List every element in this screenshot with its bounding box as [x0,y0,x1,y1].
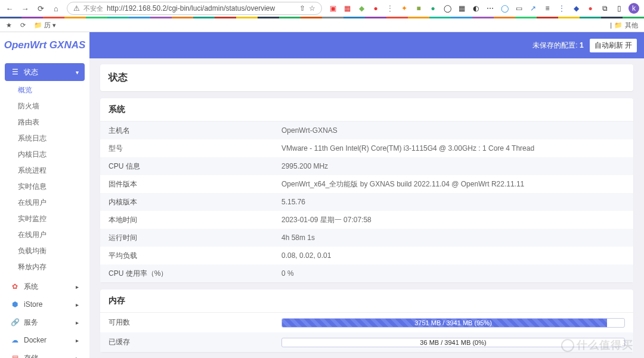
sidebar-item-label: Docker [24,336,47,344]
sidebar-item-storage[interactable]: ▤存储▸ [5,349,85,358]
sidebar-sub-item[interactable]: 实时监控 [5,211,85,227]
ext-icon[interactable]: ◯ [442,4,452,13]
bookmark-item[interactable]: ⟳ [20,21,26,29]
chevron-icon: ▾ [76,69,79,76]
chevron-icon: ▸ [76,301,79,308]
top-bar: 未保存的配置: 1 自动刷新 开 [89,32,644,58]
info-value: 5.15.76 [281,198,625,206]
sidebar-item-docker[interactable]: ☁Docker▸ [5,331,85,349]
ext-icon[interactable]: ◯ [500,4,509,13]
system-icon: ✿ [11,282,19,291]
progress-bar: 3751 MB / 3941 MB (95%) [281,318,625,328]
ext-icon[interactable]: ■ [414,4,423,13]
ext-icon[interactable]: ⋮ [385,4,395,13]
url-text: http://192.168.50.2/cgi-bin/luci/admin/s… [107,4,275,13]
bookmark-item[interactable]: ★ [6,21,12,29]
star-icon[interactable]: ☆ [309,4,315,13]
info-label: 内核版本 [109,197,281,207]
info-value: 0.08, 0.02, 0.01 [281,251,625,260]
info-label: CPU 使用率（%） [109,269,281,279]
nav-reload-icon[interactable]: ⟳ [36,4,45,13]
ext-icon[interactable]: ● [371,4,380,13]
chevron-icon: ▸ [76,284,79,290]
sidebar-sub-item[interactable]: 内核日志 [5,147,85,163]
status-icon: ☰ [11,68,19,76]
sidebar-sub-item[interactable]: 系统进程 [5,163,85,179]
sidebar-sub-item[interactable]: 实时信息 [5,179,85,195]
ext-icon[interactable]: ▣ [328,4,338,13]
insecure-label: 不安全 [83,4,103,13]
ext-icon[interactable]: ≡ [543,4,552,13]
memory-label: 已缓存 [109,337,281,347]
info-label: 型号 [109,144,281,154]
sidebar-sub-item[interactable]: 防火墙 [5,98,85,114]
ext-icon[interactable]: ◆ [571,4,581,13]
ext-icon[interactable]: ● [428,4,438,13]
sidebar-item-label: 状态 [24,67,38,77]
insecure-icon: ⚠ [73,4,80,13]
logo[interactable]: OpenWrt GXNAS [0,39,89,51]
unsaved-config[interactable]: 未保存的配置: 1 [532,41,583,51]
browser-toolbar: ← → ⟳ ⌂ ⚠ 不安全 http://192.168.50.2/cgi-bi… [0,0,644,17]
ext-icon[interactable]: ▭ [514,4,524,13]
progress-text: 3751 MB / 3941 MB (95%) [282,319,624,327]
docker-icon: ☁ [11,336,19,344]
info-value: 2023-01-09 星期一 07:07:58 [281,215,625,225]
ext-icon[interactable]: ↗ [528,4,538,13]
info-value: OpenWrt_x64_全功能版 by GXNAS build 2022.11.… [281,179,625,189]
avatar-icon[interactable]: k [628,3,639,14]
ext-icon[interactable]: ◆ [357,4,366,13]
ext-icon[interactable]: ⧉ [600,4,609,13]
ext-icon[interactable]: ◐ [471,4,481,13]
info-row: 运行时间4h 58m 1s [100,229,633,247]
main-content: 状态 系统 主机名OpenWrt-GXNAS型号VMware - 11th Ge… [89,58,644,358]
storage-icon: ▤ [11,354,19,358]
info-value: 0 % [281,269,625,278]
app-header: OpenWrt GXNAS 未保存的配置: 1 自动刷新 开 [0,32,644,58]
nav-forward-icon[interactable]: → [20,4,30,13]
share-icon[interactable]: ⇧ [299,4,305,13]
memory-row: 已缓存36 MB / 3941 MB (0%) [100,332,633,352]
ext-icon[interactable]: ⋯ [485,4,495,13]
memory-label: 可用数 [109,317,281,328]
info-value: VMware - 11th Gen Intel(R) Core(TM) i3-1… [281,144,625,152]
bookmarks-bar: ★ ⟳ 📁 历 ▾ | 📁 其他 [0,18,644,32]
ext-icon[interactable]: ● [586,4,595,13]
ext-icon[interactable]: ▯ [614,4,624,13]
info-label: 固件版本 [109,179,281,189]
sidebar-sub-item[interactable]: 系统日志 [5,130,85,147]
nav-back-icon[interactable]: ← [5,4,14,13]
sidebar-sub-item[interactable]: 在线用户 [5,195,85,211]
sidebar-sub-item[interactable]: 概览 [5,82,85,98]
sidebar-item-istore[interactable]: ⬢iStore▸ [5,295,85,313]
ext-icon[interactable]: ▦ [457,4,466,13]
ext-icon[interactable]: ⋮ [557,4,566,13]
info-label: 主机名 [109,126,281,136]
info-label: 本地时间 [109,215,281,225]
sidebar-item-label: 系统 [24,282,38,292]
info-row: 固件版本OpenWrt_x64_全功能版 by GXNAS build 2022… [100,175,633,193]
sidebar-sub-item[interactable]: 释放内存 [5,259,85,275]
bookmark-folder[interactable]: 📁 历 ▾ [34,21,56,30]
sidebar-item-system[interactable]: ✿系统▸ [5,278,85,295]
bookmarks-other[interactable]: | 📁 其他 [610,21,638,30]
sidebar-item-services[interactable]: 🔗服务▸ [5,313,85,331]
sidebar-sub-item[interactable]: 路由表 [5,114,85,130]
sidebar-sub-item[interactable]: 在线用户 [5,227,85,243]
info-value: OpenWrt-GXNAS [281,126,625,135]
nav-home-icon[interactable]: ⌂ [51,4,61,13]
info-row: 本地时间2023-01-09 星期一 07:07:58 [100,211,633,229]
url-bar[interactable]: ⚠ 不安全 http://192.168.50.2/cgi-bin/luci/a… [67,2,322,15]
ext-icon[interactable]: ▦ [342,4,352,13]
info-row: 主机名OpenWrt-GXNAS [100,122,633,139]
info-label: 平均负载 [109,251,281,261]
browser-extension-icons: ▣ ▦ ◆ ● ⋮ ✦ ■ ● ◯ ▦ ◐ ⋯ ◯ ▭ ↗ ≡ ⋮ ◆ ● ⧉ … [328,3,639,14]
sidebar-item-status[interactable]: ☰状态▾ [5,63,85,81]
auto-refresh-button[interactable]: 自动刷新 开 [590,39,637,52]
sidebar-item-label: 存储 [24,353,38,359]
sidebar: ☰状态▾概览防火墙路由表系统日志内核日志系统进程实时信息在线用户实时监控在线用户… [0,58,89,358]
info-row: CPU 使用率（%）0 % [100,264,633,282]
ext-icon[interactable]: ✦ [400,4,409,13]
sidebar-sub-item[interactable]: 负载均衡 [5,243,85,259]
info-label: CPU 信息 [109,161,281,172]
